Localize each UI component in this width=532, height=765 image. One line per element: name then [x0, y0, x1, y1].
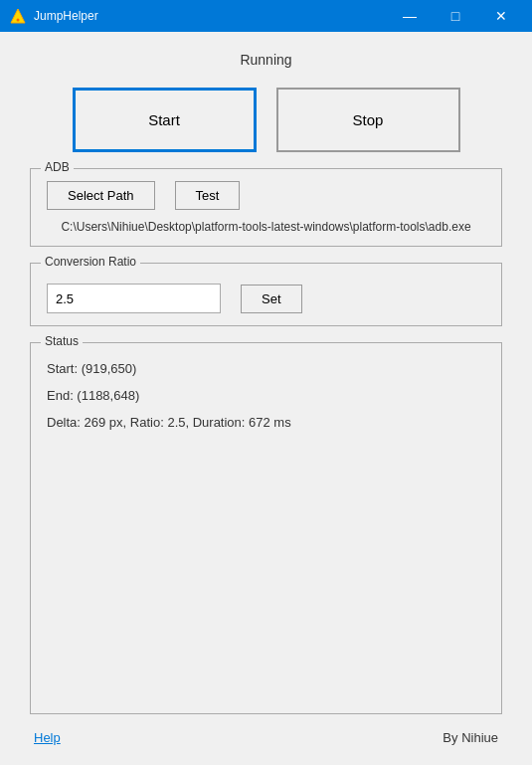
status-section-label: Status [41, 334, 83, 348]
app-icon [8, 6, 28, 26]
status-start-text: Start: (919,650) [47, 361, 485, 376]
status-end-text: End: (1188,648) [47, 388, 485, 403]
svg-point-1 [17, 19, 20, 22]
conversion-ratio-row: Set [47, 284, 485, 313]
status-delta-text: Delta: 269 px, Ratio: 2.5, Duration: 672… [47, 415, 485, 430]
running-status: Running [30, 52, 502, 68]
adb-path-text: C:\Users\Nihiue\Desktop\platform-tools-l… [47, 220, 485, 234]
conversion-ratio-input[interactable] [47, 284, 221, 313]
adb-section-label: ADB [41, 160, 74, 174]
minimize-button[interactable]: — [387, 0, 433, 32]
adb-section: ADB Select Path Test C:\Users\Nihiue\Des… [30, 168, 502, 247]
status-content: Start: (919,650) End: (1188,648) Delta: … [47, 361, 485, 430]
main-content: Running Start Stop ADB Select Path Test … [0, 32, 532, 765]
stop-button[interactable]: Stop [276, 88, 460, 152]
start-button[interactable]: Start [73, 88, 257, 152]
test-button[interactable]: Test [175, 181, 241, 210]
conversion-ratio-section: Conversion Ratio Set [30, 263, 502, 326]
set-button[interactable]: Set [241, 285, 302, 313]
app-title: JumpHelper [34, 9, 387, 23]
adb-buttons-row: Select Path Test [47, 181, 485, 210]
help-link[interactable]: Help [34, 730, 61, 745]
status-section: Status Start: (919,650) End: (1188,648) … [30, 342, 502, 714]
footer-by-label: By Nihiue [443, 730, 498, 745]
close-button[interactable]: ✕ [478, 0, 524, 32]
conversion-ratio-label: Conversion Ratio [41, 255, 140, 269]
footer: Help By Nihiue [30, 730, 502, 745]
maximize-button[interactable]: □ [433, 0, 478, 32]
start-stop-row: Start Stop [30, 88, 502, 152]
title-bar: JumpHelper — □ ✕ [0, 0, 532, 32]
window-controls: — □ ✕ [387, 0, 524, 32]
select-path-button[interactable]: Select Path [47, 181, 155, 210]
